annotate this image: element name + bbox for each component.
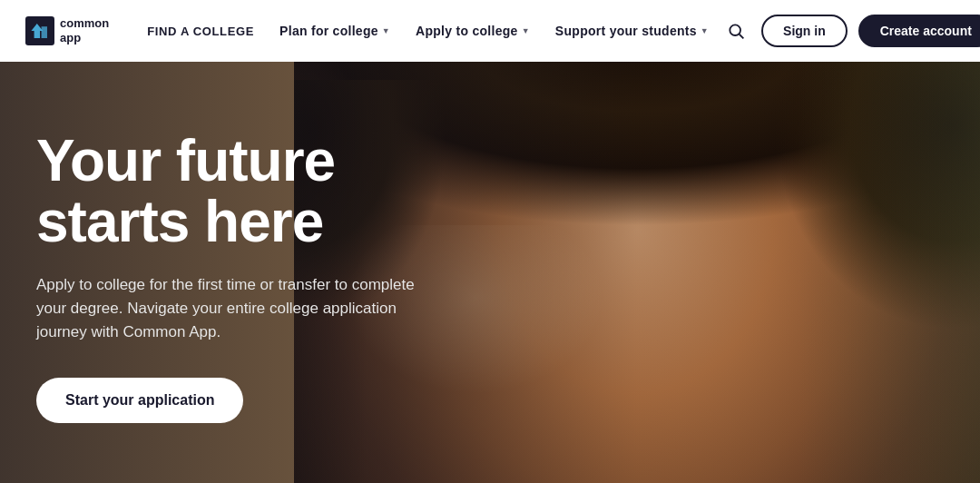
- svg-point-1: [730, 25, 740, 35]
- support-students-nav-link[interactable]: Support your students ▼: [543, 0, 721, 62]
- create-account-button[interactable]: Create account: [858, 15, 980, 47]
- hero-content: Your future starts here Apply to college…: [0, 62, 508, 483]
- apply-chevron-icon: ▼: [522, 26, 530, 35]
- svg-line-2: [740, 34, 744, 39]
- main-navigation: common app FIND A COLLEGE Plan for colle…: [0, 0, 980, 62]
- logo-link[interactable]: common app: [25, 16, 109, 45]
- sign-in-button[interactable]: Sign in: [761, 15, 848, 47]
- hero-title: Your future starts here: [36, 131, 472, 252]
- plan-for-college-nav-link[interactable]: Plan for college ▼: [267, 0, 403, 62]
- search-icon: [727, 22, 745, 40]
- start-application-button[interactable]: Start your application: [36, 378, 243, 423]
- logo-text: common app: [60, 16, 109, 44]
- hero-section: Your future starts here Apply to college…: [0, 0, 980, 483]
- apply-to-college-nav-link[interactable]: Apply to college ▼: [403, 0, 543, 62]
- nav-right-actions: Sign in Create account: [721, 15, 980, 47]
- common-app-logo-icon: [25, 16, 54, 45]
- support-chevron-icon: ▼: [701, 26, 709, 35]
- find-college-nav-link[interactable]: FIND A COLLEGE: [134, 0, 267, 62]
- nav-links: FIND A COLLEGE Plan for college ▼ Apply …: [134, 0, 721, 62]
- hero-subtitle: Apply to college for the first time or t…: [36, 273, 417, 345]
- plan-chevron-icon: ▼: [382, 26, 390, 35]
- search-button[interactable]: [721, 16, 750, 45]
